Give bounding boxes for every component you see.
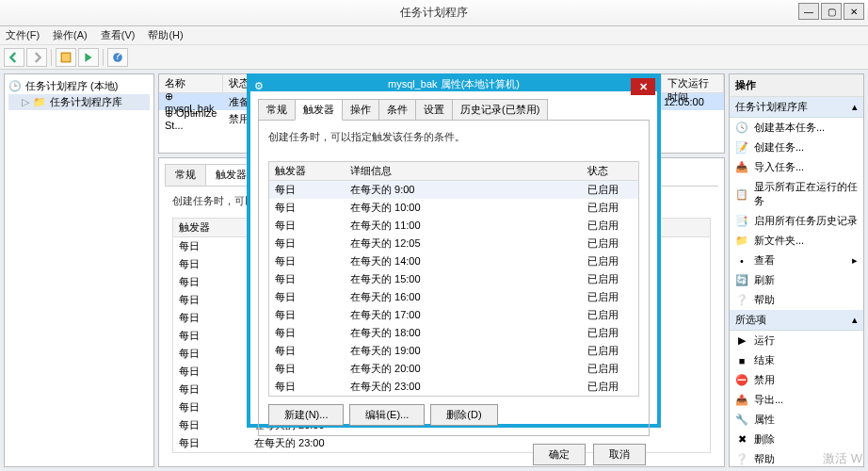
action-runall[interactable]: 📋显示所有正在运行的任务 [730,177,863,211]
dlg-tab-triggers[interactable]: 触发器 [295,99,343,121]
action-newtask[interactable]: 📝创建任务... [730,138,863,157]
dlg-tab-general[interactable]: 常规 [258,99,296,121]
dialog-trigger-row[interactable]: 每日在每天的 19:00已启用 [269,342,638,360]
dialog-system-icon: ⚙ [254,80,264,92]
dialog-trigger-row[interactable]: 每日在每天的 20:00已启用 [269,360,638,378]
action-label: 创建基本任务... [754,121,825,135]
collapse-icon[interactable]: ▴ [852,101,858,113]
action-label: 创建任务... [754,140,804,154]
window-title: 任务计划程序 [400,5,468,21]
action-delete[interactable]: ✖删除 [730,430,863,449]
col-next[interactable]: 下次运行时间 [662,74,724,92]
action-folder[interactable]: 📁新文件夹... [730,231,863,251]
tree-library[interactable]: ▷ 📁 任务计划程序库 [8,94,150,110]
watermark: 激活 W [823,450,862,467]
dialog-trigger-row[interactable]: 每日在每天的 9:00已启用 [269,181,638,199]
action-label: 禁用 [754,373,775,387]
new-task-icon[interactable] [56,48,76,67]
menu-bar: 文件(F) 操作(A) 查看(V) 帮助(H) [0,26,868,45]
runall-icon: 📋 [735,187,748,201]
action-disable[interactable]: ⛔禁用 [730,370,863,390]
action-export[interactable]: 📤导出... [730,390,863,410]
new-trigger-button[interactable]: 新建(N)... [268,404,344,426]
action-label: 结束 [754,353,775,367]
action-schedule[interactable]: 🕓创建基本任务... [730,118,863,138]
action-history[interactable]: 📑启用所有任务历史记录 [730,211,863,231]
props-icon: 🔧 [735,414,748,427]
dlg-tab-actions[interactable]: 操作 [342,99,379,121]
dialog-trigger-row[interactable]: 每日在每天的 16:00已启用 [269,288,638,306]
history-icon: 📑 [735,215,748,228]
dlg-tab-history[interactable]: 历史记录(已禁用) [452,99,548,121]
action-view[interactable]: •查看▸ [730,251,863,270]
action-help[interactable]: ❔帮助 [730,290,863,310]
tree-pane: 🕒 任务计划程序 (本地) ▷ 📁 任务计划程序库 [4,73,154,467]
disable-icon: ⛔ [735,374,748,387]
actions-header: 操作 [730,74,863,97]
action-run[interactable]: ▶运行 [730,331,863,350]
dialog-desc: 创建任务时，可以指定触发该任务的条件。 [268,130,639,144]
delete-trigger-button[interactable]: 删除(D) [430,404,497,426]
menu-help[interactable]: 帮助(H) [148,28,183,42]
run-icon: ▶ [735,334,748,348]
tree-library-label: 任务计划程序库 [50,95,122,109]
action-label: 刷新 [754,273,775,287]
run-icon[interactable] [78,48,99,67]
dlg-hdr-detail[interactable]: 详细信息 [345,162,582,180]
actions-group-library: 任务计划程序库▴ [730,97,863,118]
action-import[interactable]: 📥导入任务... [730,157,863,177]
dialog-trigger-row[interactable]: 每日在每天的 12:05已启用 [269,235,638,252]
menu-view[interactable]: 查看(V) [101,28,136,42]
export-icon: 📤 [735,394,748,407]
action-end[interactable]: ■结束 [730,350,863,370]
help-icon: ❔ [735,453,748,466]
refresh-icon: 🔄 [735,274,748,287]
back-button[interactable] [4,48,24,67]
dialog-trigger-row[interactable]: 每日在每天的 15:00已启用 [269,270,638,288]
dialog-trigger-row[interactable]: 每日在每天的 18:00已启用 [269,324,638,342]
dlg-hdr-status[interactable]: 状态 [582,162,638,180]
dialog-trigger-list[interactable]: 触发器 详细信息 状态 每日在每天的 9:00已启用每日在每天的 10:00已启… [268,161,639,397]
close-button[interactable]: ✕ [844,3,864,20]
collapse-icon[interactable]: ▴ [852,314,858,326]
action-label: 启用所有任务历史记录 [754,214,858,228]
menu-action[interactable]: 操作(A) [53,28,88,42]
dlg-hdr-trigger[interactable]: 触发器 [269,162,345,180]
maximize-button[interactable]: ▢ [821,3,842,20]
dlg-tab-settings[interactable]: 设置 [415,99,453,121]
delete-icon: ✖ [735,433,748,447]
svg-text:?: ? [114,52,121,62]
detail-hdr-trigger[interactable]: 触发器 [173,219,249,236]
action-label: 查看 [754,253,775,268]
newtask-icon: 📝 [735,141,748,154]
action-label: 帮助 [754,452,775,466]
action-props[interactable]: 🔧属性 [730,410,863,430]
minimize-button[interactable]: — [798,3,819,20]
dlg-tab-conditions[interactable]: 条件 [378,99,416,121]
dialog-trigger-row[interactable]: 每日在每天的 23:00已启用 [269,378,638,396]
menu-file[interactable]: 文件(F) [6,28,40,42]
dialog-trigger-row[interactable]: 每日在每天的 11:00已启用 [269,217,638,235]
dialog-close-button[interactable]: ✕ [631,78,655,95]
cancel-button[interactable]: 取消 [593,444,646,465]
edit-trigger-button[interactable]: 编辑(E)... [349,404,425,426]
import-icon: 📥 [735,161,748,174]
action-label: 显示所有正在运行的任务 [754,180,858,208]
dialog-trigger-row[interactable]: 每日在每天的 10:00已启用 [269,199,638,217]
dialog-trigger-row[interactable]: 每日在每天的 17:00已启用 [269,306,638,324]
dialog-trigger-row[interactable]: 每日在每天的 14:00已启用 [269,252,638,270]
help-icon: ❔ [735,294,748,307]
help-toolbar-icon[interactable]: ? [107,48,128,67]
actions-pane: 操作 任务计划程序库▴ 🕓创建基本任务...📝创建任务...📥导入任务...📋显… [729,73,864,467]
ok-button[interactable]: 确定 [533,444,586,465]
clock-icon: 🕒 [8,80,22,93]
action-label: 导入任务... [754,160,804,174]
forward-button[interactable] [26,48,47,67]
tree-root[interactable]: 🕒 任务计划程序 (本地) [8,78,150,94]
tree-root-label: 任务计划程序 (本地) [25,79,118,93]
properties-dialog: ⚙ mysql_bak 属性(本地计算机) ✕ 常规 触发器 操作 条件 设置 … [247,73,661,428]
action-refresh[interactable]: 🔄刷新 [730,270,863,290]
dialog-title: mysql_bak 属性(本地计算机) [388,77,520,91]
tab-general[interactable]: 常规 [165,164,206,186]
view-icon: • [735,254,748,268]
